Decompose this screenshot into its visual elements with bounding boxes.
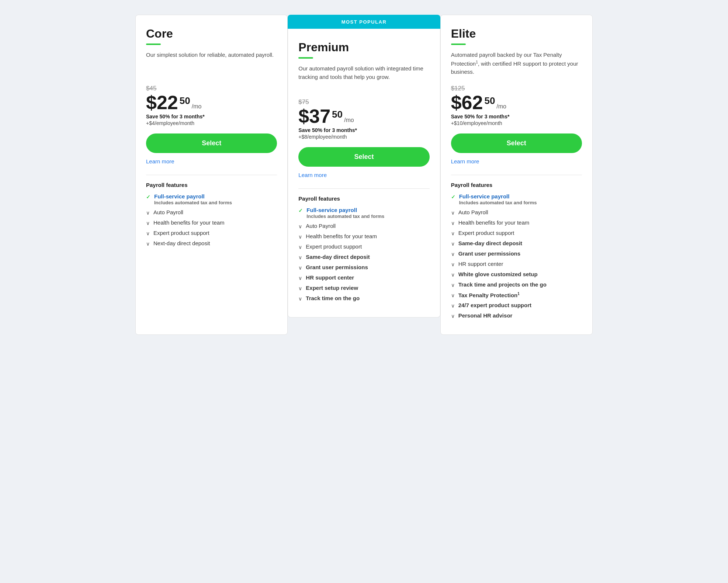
feature-full-service-payroll-core: ✓ Full-service payrollIncludes automated…: [146, 193, 277, 205]
feature-tax-penalty-protection-elite: ∨ Tax Penalty Protection1: [451, 292, 582, 298]
chevron-icon-premium-8: ∨: [298, 296, 302, 302]
price-cents-core: 50: [180, 96, 190, 105]
price-row-premium: $3750/mo: [298, 107, 429, 126]
feature-same-day-deposit-elite: ∨ Same-day direct deposit: [451, 240, 582, 247]
features-label-core: Payroll features: [146, 182, 277, 188]
chevron-icon-elite-5: ∨: [451, 251, 455, 257]
chevron-icon-premium-7: ∨: [298, 285, 302, 291]
chevron-icon-elite-4: ∨: [451, 241, 455, 247]
feature-full-service-payroll-elite: ✓ Full-service payrollIncludes automated…: [451, 193, 582, 205]
chevron-icon-core-2: ∨: [146, 220, 150, 226]
original-price-elite: $125: [451, 85, 582, 92]
feature-247-support-elite: ∨ 24/7 expert product support: [451, 302, 582, 309]
divider-premium: [298, 188, 429, 189]
check-icon-core-0: ✓: [146, 194, 150, 200]
feature-expert-support-premium: ∨ Expert product support: [298, 243, 429, 250]
divider-elite: [451, 175, 582, 175]
plan-card-core: Core Our simplest solution for reliable,…: [135, 15, 288, 335]
price-row-elite: $6250/mo: [451, 93, 582, 112]
save-text-elite: Save 50% for 3 months*: [451, 114, 582, 119]
plan-accent-core: [146, 44, 161, 45]
feature-hr-support-center-elite: ∨ HR support center: [451, 261, 582, 267]
price-main-core: $22: [146, 93, 178, 112]
price-main-premium: $37: [298, 107, 330, 126]
feature-health-benefits-core: ∨ Health benefits for your team: [146, 219, 277, 226]
feature-grant-user-permissions-premium: ∨ Grant user permissions: [298, 264, 429, 271]
per-employee-elite: +$10/employee/month: [451, 120, 582, 126]
price-main-elite: $62: [451, 93, 483, 112]
feature-auto-payroll-elite: ∨ Auto Payroll: [451, 209, 582, 216]
feature-hr-support-center-premium: ∨ HR support center: [298, 274, 429, 281]
price-cents-elite: 50: [484, 96, 495, 105]
chevron-icon-premium-3: ∨: [298, 244, 302, 250]
chevron-icon-core-1: ∨: [146, 210, 150, 216]
feature-expert-support-core: ∨ Expert product support: [146, 230, 277, 236]
feature-expert-setup-review-premium: ∨ Expert setup review: [298, 285, 429, 291]
plan-accent-elite: [451, 44, 466, 45]
plan-description-premium: Our automated payroll solution with inte…: [298, 65, 429, 91]
plan-accent-premium: [298, 57, 313, 59]
feature-health-benefits-elite: ∨ Health benefits for your team: [451, 219, 582, 226]
feature-same-day-deposit-premium: ∨ Same-day direct deposit: [298, 254, 429, 260]
check-icon-premium-0: ✓: [298, 208, 303, 214]
chevron-icon-elite-9: ∨: [451, 292, 455, 298]
learn-more-elite[interactable]: Learn more: [451, 158, 479, 164]
popular-column: MOST POPULAR Premium Our automated payro…: [288, 15, 440, 335]
feature-track-time-projects-elite: ∨ Track time and projects on the go: [451, 281, 582, 288]
chevron-icon-elite-6: ∨: [451, 261, 455, 267]
feature-auto-payroll-premium: ∨ Auto Payroll: [298, 223, 429, 229]
per-employee-core: +$4/employee/month: [146, 120, 277, 126]
learn-more-premium[interactable]: Learn more: [298, 172, 327, 178]
chevron-icon-elite-1: ∨: [451, 210, 455, 216]
select-button-premium[interactable]: Select: [298, 147, 429, 167]
price-row-core: $2250/mo: [146, 93, 277, 112]
price-period-elite: /mo: [496, 103, 506, 110]
select-button-core[interactable]: Select: [146, 133, 277, 153]
chevron-icon-elite-10: ∨: [451, 303, 455, 309]
chevron-icon-premium-1: ∨: [298, 223, 302, 229]
save-text-core: Save 50% for 3 months*: [146, 114, 277, 119]
chevron-icon-core-3: ∨: [146, 230, 150, 236]
chevron-icon-premium-2: ∨: [298, 234, 302, 240]
feature-track-time-premium: ∨ Track time on the go: [298, 295, 429, 302]
feature-health-benefits-premium: ∨ Health benefits for your team: [298, 233, 429, 240]
original-price-premium: $75: [298, 98, 429, 106]
check-icon-elite-0: ✓: [451, 194, 455, 200]
learn-more-core[interactable]: Learn more: [146, 158, 174, 164]
chevron-icon-premium-6: ∨: [298, 275, 302, 281]
chevron-icon-premium-4: ∨: [298, 254, 302, 260]
select-button-elite[interactable]: Select: [451, 133, 582, 153]
chevron-icon-elite-3: ∨: [451, 230, 455, 236]
feature-expert-support-elite: ∨ Expert product support: [451, 230, 582, 236]
feature-grant-user-permissions-elite: ∨ Grant user permissions: [451, 250, 582, 257]
features-label-premium: Payroll features: [298, 195, 429, 202]
save-text-premium: Save 50% for 3 months*: [298, 127, 429, 133]
plan-card-elite: Elite Automated payroll backed by our Ta…: [440, 15, 593, 335]
popular-badge: MOST POPULAR: [342, 19, 387, 25]
chevron-icon-elite-7: ∨: [451, 272, 455, 278]
features-label-elite: Payroll features: [451, 182, 582, 188]
chevron-icon-premium-5: ∨: [298, 265, 302, 271]
popular-badge-container: MOST POPULAR: [288, 15, 440, 29]
per-employee-premium: +$8/employee/month: [298, 134, 429, 140]
price-period-core: /mo: [192, 103, 202, 110]
chevron-icon-core-4: ∨: [146, 241, 150, 247]
original-price-core: $45: [146, 85, 277, 92]
plan-name-premium: Premium: [298, 41, 429, 54]
price-period-premium: /mo: [344, 117, 354, 124]
chevron-icon-elite-11: ∨: [451, 313, 455, 319]
feature-next-day-deposit-core: ∨ Next-day direct deposit: [146, 240, 277, 247]
chevron-icon-elite-2: ∨: [451, 220, 455, 226]
divider-core: [146, 175, 277, 175]
feature-auto-payroll-core: ∨ Auto Payroll: [146, 209, 277, 216]
plan-description-elite: Automated payroll backed by our Tax Pena…: [451, 51, 582, 77]
chevron-icon-elite-8: ∨: [451, 282, 455, 288]
price-cents-premium: 50: [332, 110, 343, 119]
plan-name-elite: Elite: [451, 27, 582, 41]
plan-name-core: Core: [146, 27, 277, 41]
feature-personal-hr-advisor-elite: ∨ Personal HR advisor: [451, 312, 582, 319]
feature-full-service-payroll-premium: ✓ Full-service payrollIncludes automated…: [298, 207, 429, 219]
feature-white-glove-setup-elite: ∨ White glove customized setup: [451, 271, 582, 278]
plan-description-core: Our simplest solution for reliable, auto…: [146, 51, 277, 77]
plan-card-premium: Premium Our automated payroll solution w…: [288, 29, 440, 317]
